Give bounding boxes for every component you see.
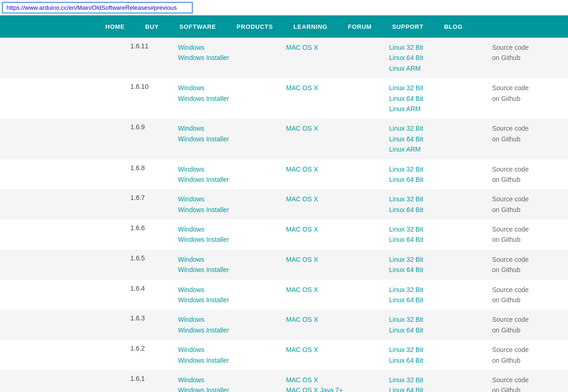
linux-download-link[interactable]: Linux 32 Bit bbox=[389, 254, 479, 265]
linux-download-link[interactable]: Linux 64 Bit bbox=[389, 205, 479, 215]
nav-item-forum[interactable]: FORUM bbox=[338, 15, 382, 38]
table-row: 1.6.9WindowsWindows InstallerMAC OS XLin… bbox=[0, 119, 568, 159]
mac-download-link[interactable]: MAC OS X bbox=[286, 83, 376, 93]
windows-download-link[interactable]: Windows bbox=[178, 194, 273, 204]
windows-download-link[interactable]: Windows Installer bbox=[178, 174, 273, 185]
windows-download-link[interactable]: Windows Installer bbox=[178, 205, 273, 215]
windows-download-link[interactable]: Windows bbox=[178, 314, 273, 325]
source-code-link: Source codeon Github bbox=[492, 376, 529, 392]
source-cell: Source codeon Github bbox=[486, 119, 568, 159]
nav-item-software[interactable]: SOFTWARE bbox=[169, 15, 226, 38]
nav-item-learning[interactable]: LEARNING bbox=[283, 15, 338, 38]
windows-download-link[interactable]: Windows Installer bbox=[178, 355, 273, 365]
nav-item-buy[interactable]: BUY bbox=[135, 15, 169, 38]
windows-download-link[interactable]: Windows Installer bbox=[178, 93, 273, 104]
linux-download-link[interactable]: Linux 64 Bit bbox=[389, 385, 479, 392]
mac-download-link[interactable]: MAC OS X bbox=[286, 42, 376, 53]
linux-download-link[interactable]: Linux ARM bbox=[389, 104, 479, 114]
source-code-link: Source codeon Github bbox=[492, 84, 529, 102]
windows-download-link[interactable]: Windows bbox=[178, 123, 273, 133]
windows-download-link[interactable]: Windows bbox=[178, 164, 273, 174]
linux-download-link[interactable]: Linux 32 Bit bbox=[389, 314, 479, 325]
linux-download-link[interactable]: Linux 32 Bit bbox=[389, 224, 479, 234]
linux-download-link[interactable]: Linux 32 Bit bbox=[389, 194, 479, 204]
address-bar[interactable]: https://www.arduino.cc/en/Main/OldSoftwa… bbox=[2, 2, 193, 13]
nav-item-support[interactable]: SUPPORT bbox=[382, 15, 433, 38]
linux-cell: Linux 32 BitLinux 64 Bit bbox=[383, 340, 486, 370]
linux-download-link[interactable]: Linux 64 Bit bbox=[389, 93, 479, 104]
mac-download-link[interactable]: MAC OS X bbox=[286, 285, 376, 295]
linux-download-link[interactable]: Linux ARM bbox=[389, 144, 479, 154]
windows-cell: WindowsWindows Installer bbox=[171, 159, 279, 190]
table-row: 1.6.2WindowsWindows InstallerMAC OS XLin… bbox=[0, 340, 568, 370]
nav-item-blog[interactable]: BLOG bbox=[434, 15, 473, 38]
linux-download-link[interactable]: Linux ARM bbox=[389, 63, 479, 73]
linux-download-link[interactable]: Linux 64 Bit bbox=[389, 234, 479, 245]
windows-cell: WindowsWindows Installer bbox=[171, 189, 279, 219]
linux-cell: Linux 32 BitLinux 64 Bit bbox=[383, 280, 486, 310]
mac-download-link[interactable]: MAC OS X bbox=[286, 194, 376, 204]
windows-download-link[interactable]: Windows Installer bbox=[178, 385, 273, 392]
windows-download-link[interactable]: Windows Installer bbox=[178, 295, 273, 305]
mac-cell: MAC OS X bbox=[280, 280, 383, 310]
linux-cell: Linux 32 BitLinux 64 Bit bbox=[383, 219, 486, 250]
mac-download-link[interactable]: MAC OS X bbox=[286, 164, 376, 174]
mac-cell: MAC OS X bbox=[280, 159, 383, 190]
source-cell: Source codeon Github bbox=[486, 159, 568, 190]
mac-download-link[interactable]: MAC OS X bbox=[286, 314, 376, 325]
nav-item-products[interactable]: PRODUCTS bbox=[226, 15, 283, 38]
linux-download-link[interactable]: Linux 64 Bit bbox=[389, 134, 479, 144]
linux-download-link[interactable]: Linux 64 Bit bbox=[389, 325, 479, 335]
downloads-table-container: 1.6.11WindowsWindows InstallerMAC OS XLi… bbox=[0, 38, 568, 392]
mac-download-link[interactable]: MAC OS X bbox=[286, 254, 376, 265]
mac-download-link[interactable]: MAC OS X bbox=[286, 123, 376, 133]
table-row: 1.6.8WindowsWindows InstallerMAC OS XLin… bbox=[0, 159, 568, 190]
source-code-link: Source codeon Github bbox=[492, 316, 529, 333]
windows-download-link[interactable]: Windows Installer bbox=[178, 53, 273, 63]
mac-download-link[interactable]: MAC OS X bbox=[286, 345, 376, 355]
mac-download-link[interactable]: MAC OS X bbox=[286, 375, 376, 385]
linux-download-link[interactable]: Linux 64 Bit bbox=[389, 174, 479, 185]
linux-cell: Linux 32 BitLinux 64 Bit bbox=[383, 310, 486, 340]
windows-download-link[interactable]: Windows bbox=[178, 345, 273, 355]
mac-download-link[interactable]: MAC OS X Java 7+ bbox=[286, 385, 376, 392]
linux-cell: Linux 32 BitLinux 64 Bit bbox=[383, 370, 486, 392]
windows-download-link[interactable]: Windows bbox=[178, 285, 273, 295]
linux-download-link[interactable]: Linux 32 Bit bbox=[389, 375, 479, 385]
mac-download-link[interactable]: MAC OS X bbox=[286, 224, 376, 234]
linux-download-link[interactable]: Linux 64 Bit bbox=[389, 295, 479, 305]
nav-item-home[interactable]: HOME bbox=[95, 15, 135, 38]
source-code-link: Source codeon Github bbox=[492, 125, 529, 142]
main-nav: HOMEBUYSOFTWAREPRODUCTSLEARNINGFORUMSUPP… bbox=[0, 15, 568, 38]
linux-download-link[interactable]: Linux 32 Bit bbox=[389, 345, 479, 355]
linux-download-link[interactable]: Linux 32 Bit bbox=[389, 285, 479, 295]
linux-download-link[interactable]: Linux 64 Bit bbox=[389, 53, 479, 63]
linux-download-link[interactable]: Linux 32 Bit bbox=[389, 83, 479, 93]
table-row: 1.6.3WindowsWindows InstallerMAC OS XLin… bbox=[0, 310, 568, 340]
windows-download-link[interactable]: Windows Installer bbox=[178, 234, 273, 245]
table-row: 1.6.1WindowsWindows InstallerMAC OS XMAC… bbox=[0, 370, 568, 392]
linux-download-link[interactable]: Linux 32 Bit bbox=[389, 42, 479, 53]
linux-cell: Linux 32 BitLinux 64 BitLinux ARM bbox=[383, 78, 486, 119]
mac-cell: MAC OS X bbox=[280, 310, 383, 340]
windows-download-link[interactable]: Windows bbox=[178, 375, 273, 385]
downloads-table: 1.6.11WindowsWindows InstallerMAC OS XLi… bbox=[0, 38, 568, 392]
linux-cell: Linux 32 BitLinux 64 BitLinux ARM bbox=[383, 119, 486, 159]
windows-download-link[interactable]: Windows Installer bbox=[178, 325, 273, 335]
linux-download-link[interactable]: Linux 64 Bit bbox=[389, 265, 479, 275]
windows-download-link[interactable]: Windows bbox=[178, 83, 273, 93]
windows-cell: WindowsWindows Installer bbox=[171, 310, 279, 340]
windows-download-link[interactable]: Windows Installer bbox=[178, 134, 273, 144]
windows-download-link[interactable]: Windows Installer bbox=[178, 265, 273, 275]
windows-download-link[interactable]: Windows bbox=[178, 42, 273, 53]
linux-download-link[interactable]: Linux 32 Bit bbox=[389, 123, 479, 133]
source-cell: Source codeon Github bbox=[486, 78, 568, 119]
version-cell: 1.6.7 bbox=[0, 189, 171, 219]
version-cell: 1.6.8 bbox=[0, 159, 171, 190]
source-code-link: Source codeon Github bbox=[492, 286, 529, 304]
windows-download-link[interactable]: Windows bbox=[178, 254, 273, 265]
linux-download-link[interactable]: Linux 32 Bit bbox=[389, 164, 479, 174]
windows-download-link[interactable]: Windows bbox=[178, 224, 273, 234]
linux-download-link[interactable]: Linux 64 Bit bbox=[389, 355, 479, 365]
windows-cell: WindowsWindows Installer bbox=[171, 78, 279, 119]
